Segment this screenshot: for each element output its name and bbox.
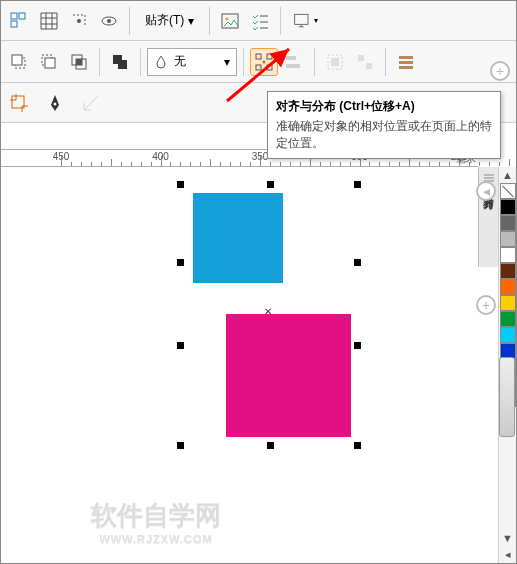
sizing-icon[interactable] [77, 89, 105, 117]
svg-rect-28 [366, 63, 372, 69]
selection-handle[interactable] [267, 442, 274, 449]
snap-label: 贴齐(T) [145, 12, 184, 29]
palette-down-arrow[interactable]: ▼ [499, 530, 516, 546]
crop-tool-icon[interactable] [5, 89, 33, 117]
svg-rect-18 [256, 54, 261, 59]
combine-icon[interactable] [106, 48, 134, 76]
separator [280, 7, 281, 35]
svg-point-3 [77, 19, 81, 23]
canvas-area[interactable]: ✕ 软件自学网 WWW.RJZXW.COM [1, 167, 478, 563]
svg-rect-26 [331, 58, 339, 66]
separator [385, 48, 386, 76]
watermark: 软件自学网 WWW.RJZXW.COM [91, 498, 221, 545]
svg-rect-29 [399, 56, 413, 59]
selection-handle[interactable] [354, 181, 361, 188]
svg-rect-15 [76, 59, 82, 65]
svg-point-33 [54, 102, 57, 105]
color-swatch[interactable] [500, 199, 516, 215]
svg-rect-12 [45, 58, 55, 68]
color-palette: ▲ ▼ ◂ [498, 167, 516, 563]
fill-value: 无 [174, 53, 186, 70]
svg-rect-19 [267, 54, 272, 59]
svg-point-22 [263, 60, 266, 63]
add-toolbar-button[interactable]: + [490, 61, 510, 81]
color-swatch[interactable] [500, 311, 516, 327]
pink-rectangle[interactable] [226, 314, 351, 437]
front-layer-icon[interactable] [35, 48, 63, 76]
palette-up-arrow[interactable]: ▲ [499, 167, 516, 183]
grid-icon[interactable] [35, 7, 63, 35]
color-swatch[interactable] [500, 295, 516, 311]
show-icon[interactable] [95, 7, 123, 35]
svg-rect-21 [267, 65, 272, 70]
fill-dropdown[interactable]: 无 ▾ [147, 48, 237, 76]
watermark-main: 软件自学网 [91, 500, 221, 530]
color-swatch[interactable] [500, 327, 516, 343]
svg-rect-1 [11, 21, 17, 27]
image-frame-icon[interactable] [216, 7, 244, 35]
back-layer-icon[interactable] [5, 48, 33, 76]
palette-menu-arrow[interactable]: ◂ [499, 546, 516, 563]
color-swatch[interactable] [500, 247, 516, 263]
svg-rect-10 [12, 55, 22, 65]
svg-rect-23 [286, 56, 296, 60]
expand-docker-button[interactable]: + [476, 295, 496, 315]
tooltip-title: 对齐与分布 (Ctrl+位移+A) [276, 98, 492, 115]
align-to-grid-icon[interactable] [65, 7, 93, 35]
drop-icon [154, 55, 168, 69]
group-icon[interactable] [321, 48, 349, 76]
color-swatch[interactable] [500, 231, 516, 247]
svg-rect-2 [19, 13, 25, 19]
presentation-icon[interactable]: ▾ [287, 7, 323, 35]
separator [140, 48, 141, 76]
checklist-icon[interactable] [246, 7, 274, 35]
align-distribute-button[interactable] [250, 48, 278, 76]
svg-rect-31 [399, 66, 413, 69]
rotation-center-icon[interactable]: ✕ [264, 306, 272, 317]
color-swatch[interactable] [500, 215, 516, 231]
tooltip: 对齐与分布 (Ctrl+位移+A) 准确确定对象的相对位置或在页面上的特定位置。 [267, 91, 501, 159]
separator [99, 48, 100, 76]
selection-handle[interactable] [354, 442, 361, 449]
ungroup-icon[interactable] [351, 48, 379, 76]
separator [129, 7, 130, 35]
svg-rect-24 [286, 64, 300, 68]
scrollbar-thumb[interactable] [499, 357, 515, 437]
svg-point-5 [107, 19, 111, 23]
no-color-swatch[interactable] [500, 183, 516, 199]
toolbar-row-1: 贴齐(T) ▾ ▾ [1, 1, 516, 41]
selection-handle[interactable] [177, 342, 184, 349]
color-swatch[interactable] [500, 263, 516, 279]
add-docker-button[interactable]: ◂ [476, 181, 496, 201]
selection-handle[interactable] [354, 259, 361, 266]
toolbar-row-2: 无 ▾ [1, 41, 516, 83]
selection-handle[interactable] [177, 259, 184, 266]
selection-handle[interactable] [177, 442, 184, 449]
pen-tool-icon[interactable] [41, 89, 69, 117]
dropdown-arrow-icon: ▾ [188, 14, 194, 28]
svg-rect-27 [358, 55, 364, 61]
tooltip-body: 准确确定对象的相对位置或在页面上的特定位置。 [276, 118, 492, 152]
svg-rect-30 [399, 61, 413, 64]
pixel-grid-icon[interactable] [5, 7, 33, 35]
color-swatch[interactable] [500, 279, 516, 295]
separator [314, 48, 315, 76]
selection-handle[interactable] [267, 181, 274, 188]
dropdown-arrow-icon: ▾ [224, 55, 230, 69]
svg-rect-0 [11, 13, 17, 19]
selection-handle[interactable] [354, 342, 361, 349]
watermark-sub: WWW.RJZXW.COM [91, 533, 221, 545]
separator [209, 7, 210, 35]
blue-rectangle[interactable] [193, 193, 283, 283]
separator [243, 48, 244, 76]
snap-dropdown[interactable]: 贴齐(T) ▾ [136, 7, 203, 35]
intersect-icon[interactable] [65, 48, 93, 76]
svg-rect-17 [118, 60, 127, 69]
svg-rect-8 [294, 14, 307, 24]
svg-point-7 [226, 17, 229, 20]
align-panel-icon[interactable] [392, 48, 420, 76]
selection-handle[interactable] [177, 181, 184, 188]
align-left-icon[interactable] [280, 48, 308, 76]
svg-rect-20 [256, 65, 261, 70]
